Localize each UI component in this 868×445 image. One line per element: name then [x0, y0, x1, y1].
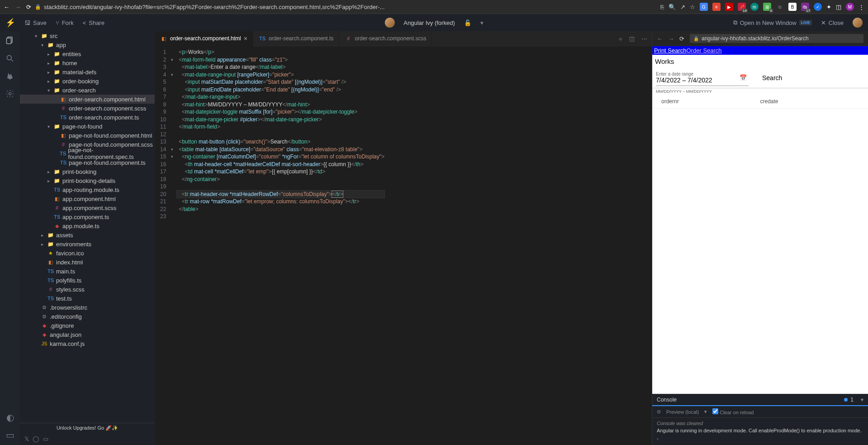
file-item-print-booking[interactable]: ▸📁print-booking — [20, 167, 155, 176]
open-new-window-button[interactable]: ⧉Open in New WindowLIVE — [733, 19, 812, 26]
forward-icon[interactable]: → — [15, 4, 21, 10]
code-line-10[interactable]: <mat-date-range-picker #picker></mat-dat… — [177, 116, 384, 124]
ext-icon-8[interactable]: B — [788, 3, 797, 11]
file-item-order-search[interactable]: ▾📁order-search — [20, 86, 155, 95]
more-icon[interactable]: ⋯ — [641, 35, 647, 42]
code-line-1[interactable]: <p>Works</p> — [177, 48, 384, 56]
code-line-7[interactable]: </mat-date-range-input> — [177, 93, 384, 101]
file-item-app-component-html[interactable]: ◧app.component.html — [20, 194, 155, 203]
menu-icon[interactable]: ⋮ — [859, 4, 864, 10]
preview-url-bar[interactable]: 🔒 angular-ivy-hhofab.stackblitz.io/Order… — [690, 34, 863, 43]
project-title[interactable]: Angular Ivy (forked) 🔓 ▾ — [384, 18, 483, 28]
chevron-down-icon[interactable]: ▾ — [480, 19, 484, 26]
reload-icon[interactable]: ⟳ — [26, 4, 31, 10]
file-item-app-routing-module-ts[interactable]: TSapp-routing.module.ts — [20, 185, 155, 194]
code-line-20[interactable]: <tr mat-header-row *matHeaderRowDef="col… — [177, 191, 384, 198]
file-item--gitignore[interactable]: ◆.gitignore — [20, 321, 155, 330]
profile-avatar[interactable]: M — [846, 3, 854, 11]
calendar-icon[interactable]: 📅 — [740, 74, 747, 81]
install-icon[interactable]: ⎘ — [660, 4, 664, 10]
file-item-environments[interactable]: ▸📁environments — [20, 239, 155, 249]
print-search-link[interactable]: Print Search — [654, 47, 687, 54]
code-line-2[interactable]: <mat-form-field appearance="fill" class=… — [177, 56, 384, 64]
file-item-page-not-found-component-html[interactable]: ◧page-not-found.component.html — [20, 131, 155, 140]
file-item-assets[interactable]: ▸📁assets — [20, 230, 155, 239]
clear-icon[interactable]: ⊘ — [657, 409, 661, 415]
code-editor[interactable]: 12▾34▾567891011121314▾15▾161718192021222… — [155, 46, 652, 445]
split-icon[interactable]: ◫ — [629, 35, 635, 42]
order-search-link[interactable]: Order Search — [687, 47, 722, 54]
file-item-favicon-ico[interactable]: ★favicon.ico — [20, 249, 155, 258]
close-icon[interactable]: × — [244, 35, 247, 42]
search-icon[interactable] — [5, 54, 14, 63]
ext-icon-10[interactable]: ✓ — [814, 3, 822, 11]
file-item--browserslistrc[interactable]: ⚙.browserslistrc — [20, 303, 155, 312]
layout-icon[interactable]: ▭ — [6, 430, 14, 440]
file-item-app[interactable]: ▾📁app — [20, 40, 155, 49]
back-icon[interactable]: ← — [4, 4, 9, 10]
file-item-order-search-component-html[interactable]: ◧order-search.component.html — [20, 95, 155, 104]
ext-icon-3[interactable]: ▶ — [725, 3, 733, 11]
code-line-22[interactable]: </table> — [177, 206, 384, 213]
firebase-icon[interactable] — [6, 72, 14, 80]
code-line-17[interactable]: <td mat-cell *matCellDef="let emp">{{ em… — [177, 168, 384, 176]
code-line-9[interactable]: <mat-datepicker-toggle matSuffix [for]="… — [177, 108, 384, 116]
code-line-5[interactable]: <input matStartDate placeholder="Start d… — [177, 78, 384, 86]
tab-order-search-component-ts[interactable]: TSorder-search.component.ts — [253, 31, 339, 46]
url-text[interactable]: stackblitz.com/edit/angular-ivy-hhofab?f… — [44, 4, 384, 10]
code-line-15[interactable]: <ng-container [matColumnDef]="column" *n… — [177, 153, 384, 161]
theme-icon[interactable]: ◐ — [6, 412, 14, 423]
console-header[interactable]: Console 1 ▾ — [652, 394, 868, 406]
code-line-18[interactable]: </ng-container> — [177, 176, 384, 183]
file-item-page-not-found[interactable]: ▾📁page-not-found — [20, 122, 155, 131]
code-line-23[interactable] — [177, 213, 384, 220]
file-item-order-booking[interactable]: ▸📁order-booking — [20, 77, 155, 86]
code-line-21[interactable]: <tr mat-row *matRowDef="let emprow; colu… — [177, 198, 384, 206]
code-line-12[interactable] — [177, 131, 384, 139]
code-line-19[interactable] — [177, 183, 384, 191]
files-icon[interactable] — [5, 36, 14, 45]
code-line-4[interactable]: <mat-date-range-input [rangePicker]="pic… — [177, 71, 384, 79]
file-item-src[interactable]: ▾📁src — [20, 31, 155, 40]
twitter-icon[interactable]: 𝕏 — [24, 435, 29, 442]
settings-icon[interactable] — [5, 89, 14, 98]
format-icon[interactable]: ⟐ — [619, 35, 622, 42]
file-item--editorconfig[interactable]: ⚙.editorconfig — [20, 312, 155, 321]
th-credate[interactable]: credate — [760, 98, 859, 105]
file-item-page-not-found-component-spec-ts[interactable]: TSpage-not-found.component.spec.ts — [20, 149, 155, 158]
ext-icon-7[interactable]: ⊘ — [776, 3, 784, 11]
file-item-polyfills-ts[interactable]: TSpolyfills.ts — [20, 276, 155, 285]
code-line-6[interactable]: <input matEndDate placeholder="End date"… — [177, 86, 384, 94]
file-item-index-html[interactable]: ◧index.html — [20, 258, 155, 267]
file-item-print-booking-details[interactable]: ▸📁print-booking-details — [20, 176, 155, 185]
file-item-home[interactable]: ▸📁home — [20, 58, 155, 67]
preview-forward-icon[interactable]: → — [668, 35, 674, 42]
close-button[interactable]: ✕Close — [821, 19, 844, 26]
zoom-icon[interactable]: 🔍 — [669, 4, 676, 10]
extensions-icon[interactable]: ✦ — [826, 4, 831, 10]
share-icon[interactable]: ↗ — [680, 4, 685, 10]
bolt-icon[interactable]: ⚡ — [5, 18, 15, 28]
date-range-field[interactable]: Enter a date range 7/4/2022 – 7/4/2022 📅 — [656, 70, 749, 86]
file-item-karma-conf-js[interactable]: JSkarma.conf.js — [20, 339, 155, 348]
fork-button[interactable]: ⑂Fork — [56, 19, 74, 26]
preview-content[interactable]: Print SearchOrder Search Works Enter a d… — [652, 46, 868, 394]
file-explorer[interactable]: ▾📁src▾📁app▸📁entities▸📁home▸📁material-def… — [20, 31, 155, 445]
file-item-styles-scss[interactable]: #styles.scss — [20, 285, 155, 294]
console-prompt[interactable]: › — [657, 434, 863, 443]
file-item-angular-json[interactable]: ◆angular.json — [20, 330, 155, 339]
code-line-13[interactable]: <button mat-button (click)="search()">Se… — [177, 138, 384, 146]
search-button[interactable]: Search — [762, 74, 782, 81]
file-item-entities[interactable]: ▸📁entities — [20, 49, 155, 58]
console-source[interactable]: Preview (local) — [666, 409, 699, 415]
code-line-16[interactable]: <th mat-header-cell *matHeaderCellDef ma… — [177, 161, 384, 168]
ext-icon-6[interactable]: ⊞ — [763, 3, 771, 11]
file-item-order-search-component-scss[interactable]: #order-search.component.scss — [20, 104, 155, 113]
file-item-app-module-ts[interactable]: ◆app.module.ts — [20, 221, 155, 230]
preview-back-icon[interactable]: ← — [657, 35, 663, 42]
preview-reload-icon[interactable]: ⟳ — [679, 35, 684, 42]
ext-icon-4[interactable]: 📌 — [738, 3, 746, 11]
ext-icon-5[interactable]: m — [750, 3, 759, 11]
code-line-8[interactable]: <mat-hint>MM/DD/YYYY – MM/DD/YYYY</mat-h… — [177, 101, 384, 109]
code-line-11[interactable]: </mat-form-field> — [177, 123, 384, 131]
